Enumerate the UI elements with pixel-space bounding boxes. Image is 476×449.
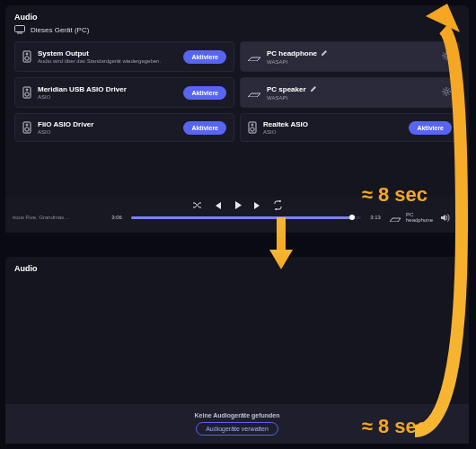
svg-point-4 (26, 53, 28, 55)
total-time: 3:13 (365, 215, 386, 220)
svg-point-11 (25, 128, 29, 131)
this-device-row: Dieses Gerät (PC) (14, 25, 460, 34)
svg-rect-1 (17, 33, 22, 34)
device-name: FiiO ASIO Driver (38, 120, 93, 128)
svg-point-7 (25, 92, 29, 96)
manage-audio-devices-button[interactable]: Audiogeräte verwalten (196, 422, 278, 436)
this-device-label: Dieses Gerät (PC) (31, 26, 89, 34)
device-name: PC speaker (267, 85, 306, 93)
speaker-icon (22, 86, 31, 99)
device-card-meridian[interactable]: Meridian USB ASIO Driver ASIO Aktiviere (14, 77, 234, 108)
device-grid: System Output Audio wird über das Standa… (14, 41, 460, 142)
device-name: Realtek ASIO (263, 120, 308, 128)
device-name: PC headphone (267, 49, 317, 57)
arrow-curve-annotation (408, 0, 476, 444)
edit-icon[interactable] (321, 49, 328, 58)
output-device-icon[interactable] (390, 214, 401, 222)
computer-icon (14, 25, 25, 34)
svg-point-12 (26, 124, 28, 126)
device-sub: ASIO (38, 94, 177, 100)
activate-button[interactable]: Aktiviere (183, 121, 226, 135)
svg-point-15 (251, 124, 253, 126)
edit-icon[interactable] (310, 85, 317, 94)
headphone-icon (248, 88, 260, 97)
no-devices-message: Keine Audiogeräte gefunden (194, 412, 279, 418)
svg-rect-0 (15, 26, 25, 32)
elapsed-time: 3:06 (106, 215, 128, 220)
device-name: System Output (38, 49, 89, 57)
device-sub: ASIO (263, 129, 402, 135)
device-card-fiio[interactable]: FiiO ASIO Driver ASIO Aktiviere (14, 113, 234, 142)
play-icon[interactable] (233, 200, 242, 210)
section-title: Audio (14, 13, 460, 22)
prev-track-icon[interactable] (213, 201, 222, 210)
activate-button[interactable]: Aktiviere (183, 50, 226, 64)
next-track-icon[interactable] (253, 201, 262, 210)
speaker-icon (248, 121, 257, 134)
svg-point-14 (251, 128, 254, 131)
shuffle-icon[interactable] (192, 200, 202, 210)
arrow-down-annotation (266, 217, 296, 271)
device-sub: ASIO (38, 129, 177, 135)
device-card-system-output[interactable]: System Output Audio wird über das Standa… (14, 41, 234, 72)
device-sub: Audio wird über das Standardgerät wieder… (38, 58, 177, 64)
device-name: Meridian USB ASIO Driver (38, 85, 127, 93)
headphone-icon (248, 52, 260, 61)
svg-rect-16 (277, 217, 286, 251)
repeat-icon[interactable] (273, 200, 283, 210)
section-title: Audio (14, 264, 460, 273)
speaker-icon (22, 50, 31, 63)
now-playing-title: rious Five, Grandmas… (13, 215, 102, 220)
svg-point-8 (26, 89, 28, 91)
seek-bar[interactable] (131, 216, 361, 219)
speaker-icon (22, 121, 31, 134)
svg-point-3 (25, 57, 29, 60)
activate-button[interactable]: Aktiviere (183, 86, 226, 100)
